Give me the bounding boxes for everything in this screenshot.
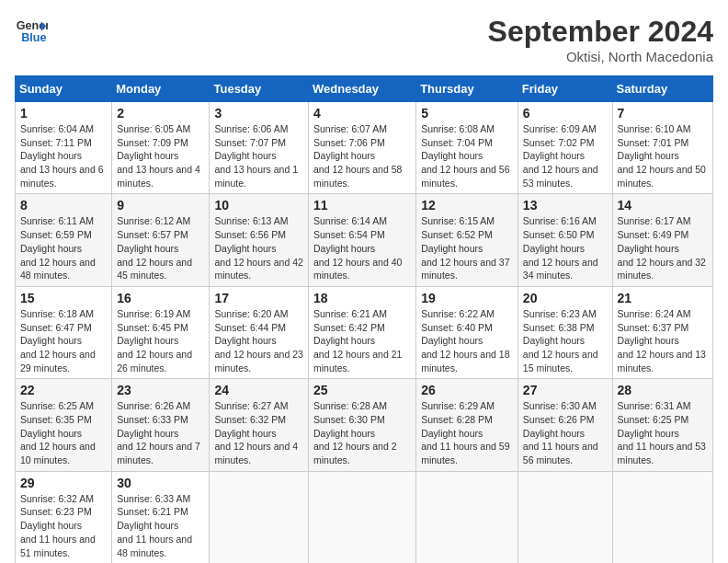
day-number: 22: [20, 383, 107, 397]
calendar-cell: 22 Sunrise: 6:25 AM Sunset: 6:35 PM Dayl…: [16, 379, 112, 471]
day-info: Sunrise: 6:25 AM Sunset: 6:35 PM Dayligh…: [20, 399, 107, 466]
calendar-header-row: Sunday Monday Tuesday Wednesday Thursday…: [16, 76, 713, 102]
calendar-cell: 13 Sunrise: 6:16 AM Sunset: 6:50 PM Dayl…: [518, 194, 612, 286]
calendar-cell: 27 Sunrise: 6:30 AM Sunset: 6:26 PM Dayl…: [518, 379, 612, 471]
day-info: Sunrise: 6:23 AM Sunset: 6:38 PM Dayligh…: [523, 307, 608, 374]
calendar-cell: 24 Sunrise: 6:27 AM Sunset: 6:32 PM Dayl…: [210, 379, 309, 471]
day-info: Sunrise: 6:22 AM Sunset: 6:40 PM Dayligh…: [421, 307, 513, 374]
calendar-cell: 25 Sunrise: 6:28 AM Sunset: 6:30 PM Dayl…: [309, 379, 416, 471]
calendar-cell: [612, 471, 712, 563]
day-info: Sunrise: 6:16 AM Sunset: 6:50 PM Dayligh…: [523, 214, 608, 282]
day-info: Sunrise: 6:29 AM Sunset: 6:28 PM Dayligh…: [421, 399, 513, 466]
calendar-cell: 15 Sunrise: 6:18 AM Sunset: 6:47 PM Dayl…: [16, 286, 112, 378]
day-number: 24: [214, 383, 303, 397]
day-info: Sunrise: 6:06 AM Sunset: 7:07 PM Dayligh…: [214, 122, 303, 190]
day-info: Sunrise: 6:26 AM Sunset: 6:33 PM Dayligh…: [117, 399, 204, 466]
day-number: 2: [117, 106, 204, 121]
day-number: 19: [421, 291, 513, 305]
calendar-cell: 8 Sunrise: 6:11 AM Sunset: 6:59 PM Dayli…: [16, 194, 112, 286]
day-number: 14: [618, 198, 708, 213]
title-block: September 2024 Oktisi, North Macedonia: [488, 15, 713, 64]
col-saturday: Saturday: [612, 76, 712, 102]
day-info: Sunrise: 6:17 AM Sunset: 6:49 PM Dayligh…: [618, 214, 708, 282]
calendar-cell: 9 Sunrise: 6:12 AM Sunset: 6:57 PM Dayli…: [112, 194, 210, 286]
day-info: Sunrise: 6:15 AM Sunset: 6:52 PM Dayligh…: [421, 214, 513, 282]
day-number: 25: [313, 383, 411, 397]
day-info: Sunrise: 6:05 AM Sunset: 7:09 PM Dayligh…: [117, 122, 204, 190]
day-number: 3: [214, 106, 303, 121]
calendar-cell: 5 Sunrise: 6:08 AM Sunset: 7:04 PM Dayli…: [416, 102, 518, 194]
day-info: Sunrise: 6:12 AM Sunset: 6:57 PM Dayligh…: [117, 214, 204, 282]
day-number: 17: [214, 291, 303, 305]
day-number: 13: [523, 198, 608, 213]
day-number: 10: [214, 198, 303, 213]
col-friday: Friday: [518, 76, 612, 102]
day-number: 15: [20, 291, 107, 305]
day-number: 16: [117, 291, 204, 305]
col-monday: Monday: [112, 76, 210, 102]
col-sunday: Sunday: [16, 76, 112, 102]
day-info: Sunrise: 6:20 AM Sunset: 6:44 PM Dayligh…: [214, 307, 303, 374]
calendar-cell: 11 Sunrise: 6:14 AM Sunset: 6:54 PM Dayl…: [309, 194, 416, 286]
location-subtitle: Oktisi, North Macedonia: [488, 49, 713, 64]
col-thursday: Thursday: [416, 76, 518, 102]
day-number: 7: [618, 106, 708, 121]
calendar-cell: 16 Sunrise: 6:19 AM Sunset: 6:45 PM Dayl…: [112, 286, 210, 378]
day-number: 1: [20, 106, 107, 121]
calendar-cell: 18 Sunrise: 6:21 AM Sunset: 6:42 PM Dayl…: [309, 286, 416, 378]
calendar-week-row: 1 Sunrise: 6:04 AM Sunset: 7:11 PM Dayli…: [16, 102, 713, 194]
calendar-cell: 3 Sunrise: 6:06 AM Sunset: 7:07 PM Dayli…: [210, 102, 309, 194]
logo-icon: General Blue: [15, 15, 48, 48]
day-info: Sunrise: 6:09 AM Sunset: 7:02 PM Dayligh…: [523, 122, 608, 190]
day-info: Sunrise: 6:18 AM Sunset: 6:47 PM Dayligh…: [20, 307, 107, 374]
day-number: 18: [313, 291, 411, 305]
day-number: 12: [421, 198, 513, 213]
day-info: Sunrise: 6:27 AM Sunset: 6:32 PM Dayligh…: [214, 399, 303, 466]
day-info: Sunrise: 6:08 AM Sunset: 7:04 PM Dayligh…: [421, 122, 513, 190]
calendar-cell: [416, 471, 518, 563]
day-info: Sunrise: 6:14 AM Sunset: 6:54 PM Dayligh…: [313, 214, 411, 282]
day-number: 23: [117, 383, 204, 397]
day-number: 11: [313, 198, 411, 213]
calendar-cell: 21 Sunrise: 6:24 AM Sunset: 6:37 PM Dayl…: [612, 286, 712, 378]
calendar-cell: 14 Sunrise: 6:17 AM Sunset: 6:49 PM Dayl…: [612, 194, 712, 286]
day-info: Sunrise: 6:11 AM Sunset: 6:59 PM Dayligh…: [20, 214, 107, 282]
calendar-week-row: 15 Sunrise: 6:18 AM Sunset: 6:47 PM Dayl…: [16, 286, 713, 378]
page-header: General Blue September 2024 Oktisi, Nort…: [15, 15, 713, 64]
day-info: Sunrise: 6:28 AM Sunset: 6:30 PM Dayligh…: [313, 399, 411, 466]
calendar-cell: 7 Sunrise: 6:10 AM Sunset: 7:01 PM Dayli…: [612, 102, 712, 194]
col-wednesday: Wednesday: [309, 76, 416, 102]
day-number: 26: [421, 383, 513, 397]
calendar-cell: [210, 471, 309, 563]
day-number: 21: [618, 291, 708, 305]
col-tuesday: Tuesday: [210, 76, 309, 102]
calendar-cell: 30 Sunrise: 6:33 AM Sunset: 6:21 PM Dayl…: [112, 471, 210, 563]
calendar-table: Sunday Monday Tuesday Wednesday Thursday…: [15, 75, 713, 563]
calendar-cell: 4 Sunrise: 6:07 AM Sunset: 7:06 PM Dayli…: [309, 102, 416, 194]
day-info: Sunrise: 6:33 AM Sunset: 6:21 PM Dayligh…: [117, 492, 204, 559]
calendar-cell: 12 Sunrise: 6:15 AM Sunset: 6:52 PM Dayl…: [416, 194, 518, 286]
calendar-cell: 19 Sunrise: 6:22 AM Sunset: 6:40 PM Dayl…: [416, 286, 518, 378]
day-number: 29: [20, 476, 107, 490]
day-number: 27: [523, 383, 608, 397]
calendar-cell: 23 Sunrise: 6:26 AM Sunset: 6:33 PM Dayl…: [112, 379, 210, 471]
day-info: Sunrise: 6:04 AM Sunset: 7:11 PM Dayligh…: [20, 122, 107, 190]
calendar-cell: 2 Sunrise: 6:05 AM Sunset: 7:09 PM Dayli…: [112, 102, 210, 194]
day-info: Sunrise: 6:21 AM Sunset: 6:42 PM Dayligh…: [313, 307, 411, 374]
day-info: Sunrise: 6:07 AM Sunset: 7:06 PM Dayligh…: [313, 122, 411, 190]
day-info: Sunrise: 6:10 AM Sunset: 7:01 PM Dayligh…: [618, 122, 708, 190]
day-info: Sunrise: 6:19 AM Sunset: 6:45 PM Dayligh…: [117, 307, 204, 374]
calendar-week-row: 29 Sunrise: 6:32 AM Sunset: 6:23 PM Dayl…: [16, 471, 713, 563]
day-info: Sunrise: 6:32 AM Sunset: 6:23 PM Dayligh…: [20, 492, 107, 559]
day-number: 20: [523, 291, 608, 305]
day-number: 30: [117, 476, 204, 490]
calendar-cell: 6 Sunrise: 6:09 AM Sunset: 7:02 PM Dayli…: [518, 102, 612, 194]
day-info: Sunrise: 6:31 AM Sunset: 6:25 PM Dayligh…: [618, 399, 708, 466]
day-number: 28: [618, 383, 708, 397]
day-number: 6: [523, 106, 608, 121]
day-number: 9: [117, 198, 204, 213]
day-number: 8: [20, 198, 107, 213]
day-number: 5: [421, 106, 513, 121]
day-info: Sunrise: 6:24 AM Sunset: 6:37 PM Dayligh…: [618, 307, 708, 374]
month-title: September 2024: [488, 15, 713, 49]
